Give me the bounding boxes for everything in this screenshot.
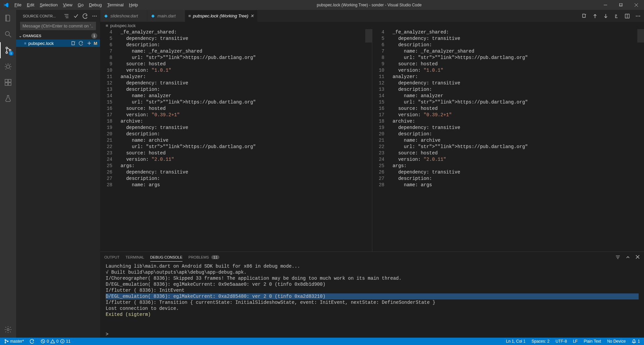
dart-icon bbox=[151, 14, 155, 18]
breadcrumb-file: pubspec.lock bbox=[110, 23, 136, 28]
titlebar: FileEditSelectionViewGoDebugTerminalHelp… bbox=[0, 0, 644, 10]
menu-edit[interactable]: Edit bbox=[24, 0, 37, 10]
changes-label: CHANGES bbox=[23, 34, 41, 38]
menu-go[interactable]: Go bbox=[75, 0, 86, 10]
filter-icon[interactable] bbox=[615, 255, 621, 260]
svg-rect-14 bbox=[8, 79, 11, 82]
open-file-icon[interactable] bbox=[71, 41, 75, 46]
menu-debug[interactable]: Debug bbox=[86, 0, 104, 10]
notification-count: 1 bbox=[638, 339, 640, 344]
svg-point-31 bbox=[638, 15, 639, 16]
panel: OUTPUT TERMINAL DEBUG CONSOLE PROBLEMS 1… bbox=[100, 252, 644, 338]
file-status: M bbox=[94, 41, 97, 46]
debug-console-input[interactable]: > bbox=[100, 331, 644, 338]
svg-point-8 bbox=[6, 52, 8, 54]
discard-icon[interactable] bbox=[79, 41, 84, 46]
extensions-icon[interactable] bbox=[0, 74, 16, 90]
diff-editor: 4567891011121314151617181920212223242526… bbox=[100, 29, 644, 252]
info-count: 11 bbox=[66, 339, 70, 344]
panel-tab-terminal[interactable]: TERMINAL bbox=[125, 253, 144, 261]
next-change-icon[interactable] bbox=[603, 13, 608, 19]
source-control-icon[interactable]: 1 bbox=[0, 42, 16, 58]
warning-count: 0 bbox=[56, 339, 59, 344]
indentation[interactable]: Spaces: 2 bbox=[530, 338, 551, 345]
breadcrumb[interactable]: ≡ pubspec.lock bbox=[100, 22, 644, 29]
file-icon: ≡ bbox=[189, 13, 191, 18]
editor-area: slideshow.dart✕main.dart✕≡pubspec.lock (… bbox=[100, 10, 644, 338]
menu-terminal[interactable]: Terminal bbox=[104, 0, 126, 10]
more-icon[interactable] bbox=[92, 13, 97, 19]
editor-pane-right[interactable]: 4567891011121314151617181920212223242526… bbox=[372, 29, 644, 252]
notifications[interactable]: 1 bbox=[630, 338, 641, 345]
svg-point-19 bbox=[93, 15, 94, 16]
close-panel-icon[interactable] bbox=[635, 255, 640, 260]
branch-name: master* bbox=[10, 339, 24, 344]
minimap-right[interactable] bbox=[637, 29, 644, 252]
file-icon: ≡ bbox=[24, 41, 26, 45]
more-actions-icon[interactable] bbox=[635, 13, 641, 19]
git-branch[interactable]: master* bbox=[3, 338, 25, 345]
compare-changes-icon[interactable] bbox=[582, 13, 587, 19]
svg-rect-13 bbox=[8, 83, 11, 85]
svg-point-5 bbox=[5, 31, 9, 36]
stage-icon[interactable] bbox=[87, 41, 92, 46]
menu-file[interactable]: File bbox=[12, 0, 24, 10]
window-controls bbox=[598, 0, 644, 10]
activity-bar: 1 bbox=[0, 10, 16, 338]
search-icon[interactable] bbox=[0, 26, 16, 42]
changed-file-row[interactable]: ≡ pubspec.lock M bbox=[16, 40, 100, 47]
panel-tab-problems[interactable]: PROBLEMS 11 bbox=[189, 253, 219, 261]
svg-line-6 bbox=[9, 35, 11, 37]
panel-tab-debug-console[interactable]: DEBUG CONSOLE bbox=[150, 253, 182, 262]
whitespace-icon[interactable] bbox=[614, 13, 619, 19]
device-selector[interactable]: No Device bbox=[606, 338, 627, 345]
close-button[interactable] bbox=[629, 0, 644, 10]
tab-pubspec-lock-working-tree-[interactable]: ≡pubspec.lock (Working Tree)✕ bbox=[185, 10, 258, 22]
svg-marker-25 bbox=[151, 14, 155, 18]
language-mode[interactable]: Plain Text bbox=[582, 338, 602, 345]
problems-count: 11 bbox=[211, 255, 219, 259]
eol[interactable]: LF bbox=[572, 338, 579, 345]
split-editor-icon[interactable] bbox=[625, 13, 630, 19]
changed-file-name: pubspec.lock bbox=[28, 41, 69, 46]
menu-view[interactable]: View bbox=[60, 0, 75, 10]
error-count: 0 bbox=[47, 339, 49, 344]
editor-pane-left[interactable]: 4567891011121314151617181920212223242526… bbox=[100, 29, 372, 252]
tab-slideshow-dart[interactable]: slideshow.dart✕ bbox=[100, 10, 147, 22]
editor-tabs: slideshow.dart✕main.dart✕≡pubspec.lock (… bbox=[100, 10, 644, 22]
minimap-left[interactable] bbox=[365, 29, 372, 252]
diagnostics[interactable]: 0 0 11 bbox=[39, 338, 72, 345]
collapse-panel-icon[interactable] bbox=[625, 255, 631, 260]
tab-main-dart[interactable]: main.dart✕ bbox=[147, 10, 185, 22]
svg-point-32 bbox=[639, 15, 640, 16]
tab-label: pubspec.lock (Working Tree) bbox=[193, 13, 248, 18]
debug-icon[interactable] bbox=[0, 58, 16, 74]
menu-selection[interactable]: Selection bbox=[37, 0, 60, 10]
sidebar-header: SOURCE CONTR... bbox=[16, 10, 100, 22]
panel-tab-output[interactable]: OUTPUT bbox=[104, 253, 119, 261]
svg-rect-12 bbox=[5, 83, 8, 85]
debug-console-output[interactable]: Launching lib\main.dart on Android SDK b… bbox=[100, 263, 644, 331]
svg-point-7 bbox=[6, 47, 8, 49]
svg-point-39 bbox=[5, 342, 6, 343]
settings-gear-icon[interactable] bbox=[0, 322, 16, 338]
menu-help[interactable]: Help bbox=[126, 0, 141, 10]
vscode-icon bbox=[0, 2, 12, 8]
svg-point-21 bbox=[96, 15, 97, 16]
cursor-position[interactable]: Ln 1, Col 1 bbox=[505, 338, 527, 345]
commit-message-input[interactable] bbox=[20, 22, 96, 30]
maximize-button[interactable] bbox=[613, 0, 629, 10]
sync-button[interactable] bbox=[29, 338, 36, 345]
prev-change-icon[interactable] bbox=[592, 13, 598, 19]
encoding[interactable]: UTF-8 bbox=[554, 338, 568, 345]
sidebar: SOURCE CONTR... ⌄ CHANGES 1 ≡ pubspec.lo… bbox=[16, 10, 100, 338]
close-tab-icon[interactable]: ✕ bbox=[250, 13, 254, 18]
changes-section[interactable]: ⌄ CHANGES 1 bbox=[16, 32, 100, 40]
svg-point-20 bbox=[94, 15, 95, 16]
explorer-icon[interactable] bbox=[0, 10, 16, 26]
testing-icon[interactable] bbox=[0, 90, 16, 107]
commit-icon[interactable] bbox=[73, 13, 78, 19]
view-tree-icon[interactable] bbox=[64, 13, 69, 19]
minimize-button[interactable] bbox=[598, 0, 613, 10]
refresh-icon[interactable] bbox=[83, 13, 88, 19]
